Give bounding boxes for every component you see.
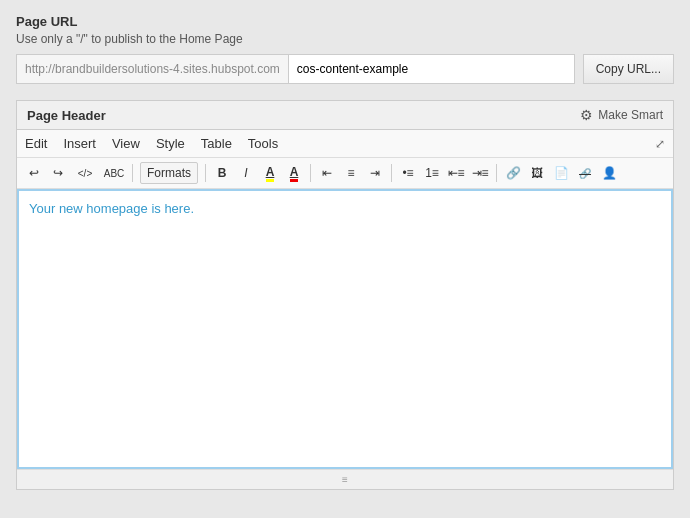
formats-button[interactable]: Formats xyxy=(140,162,198,184)
outdent-icon: ⇤≡ xyxy=(448,166,465,180)
copy-url-button[interactable]: Copy URL... xyxy=(583,54,674,84)
spell-icon: ABC xyxy=(104,168,125,179)
page-container: Page URL Use only a "/" to publish to th… xyxy=(0,0,690,504)
page-url-section: Page URL Use only a "/" to publish to th… xyxy=(16,14,674,84)
align-right-button[interactable]: ⇥ xyxy=(364,162,386,184)
list-ol-icon: 1≡ xyxy=(425,166,439,180)
insert-link-button[interactable]: 🔗 xyxy=(502,162,524,184)
redo-icon: ↪ xyxy=(53,166,63,180)
separator-2 xyxy=(205,164,206,182)
insert-file-button[interactable]: 📄 xyxy=(550,162,572,184)
indent-icon: ⇥≡ xyxy=(472,166,489,180)
list-ol-button[interactable]: 1≡ xyxy=(421,162,443,184)
link-icon: 🔗 xyxy=(506,166,521,180)
expand-icon[interactable]: ⤢ xyxy=(655,137,665,151)
page-header-label: Page Header xyxy=(27,108,106,123)
menu-style[interactable]: Style xyxy=(156,134,185,153)
separator-3 xyxy=(310,164,311,182)
font-highlight-icon: A xyxy=(266,165,275,182)
editor-toolbar: ↩ ↪ </> ABC Formats B I A xyxy=(17,158,673,189)
editor-area[interactable]: Your new homepage is here. xyxy=(17,189,673,469)
url-input[interactable] xyxy=(288,54,575,84)
insert-person-button[interactable]: 👤 xyxy=(598,162,620,184)
scrollbar-icon: ≡ xyxy=(342,474,348,485)
code-button[interactable]: </> xyxy=(71,162,99,184)
unlink-icon: 🔗 xyxy=(579,168,591,179)
formats-label: Formats xyxy=(147,166,191,180)
code-icon: </> xyxy=(78,168,92,179)
align-left-icon: ⇤ xyxy=(322,166,332,180)
make-smart-label: Make Smart xyxy=(598,108,663,122)
editor-wrapper: Your new homepage is here. xyxy=(17,189,673,469)
url-prefix: http://brandbuildersolutions-4.sites.hub… xyxy=(16,54,288,84)
make-smart-icon: ⚙ xyxy=(580,107,593,123)
undo-button[interactable]: ↩ xyxy=(23,162,45,184)
page-url-hint: Use only a "/" to publish to the Home Pa… xyxy=(16,32,674,46)
align-right-icon: ⇥ xyxy=(370,166,380,180)
separator-1 xyxy=(132,164,133,182)
page-url-label: Page URL xyxy=(16,14,674,29)
unlink-button[interactable]: 🔗 xyxy=(574,162,596,184)
person-icon: 👤 xyxy=(602,166,617,180)
make-smart-button[interactable]: ⚙ Make Smart xyxy=(580,107,663,123)
list-ul-button[interactable]: •≡ xyxy=(397,162,419,184)
font-color-button[interactable]: A xyxy=(283,162,305,184)
align-center-button[interactable]: ≡ xyxy=(340,162,362,184)
url-row: http://brandbuildersolutions-4.sites.hub… xyxy=(16,54,674,84)
align-left-button[interactable]: ⇤ xyxy=(316,162,338,184)
editor-content: Your new homepage is here. xyxy=(29,201,194,216)
menu-view[interactable]: View xyxy=(112,134,140,153)
page-header-section: Page Header ⚙ Make Smart Edit Insert Vie… xyxy=(16,100,674,490)
italic-icon: I xyxy=(244,166,247,180)
bold-button[interactable]: B xyxy=(211,162,233,184)
align-center-icon: ≡ xyxy=(348,166,355,180)
menu-edit[interactable]: Edit xyxy=(25,134,47,153)
menu-tools[interactable]: Tools xyxy=(248,134,278,153)
italic-button[interactable]: I xyxy=(235,162,257,184)
font-color-icon: A xyxy=(290,165,299,182)
editor-menu-bar: Edit Insert View Style Table Tools ⤢ xyxy=(17,130,673,158)
separator-4 xyxy=(391,164,392,182)
file-icon: 📄 xyxy=(554,166,569,180)
undo-icon: ↩ xyxy=(29,166,39,180)
image-icon: 🖼 xyxy=(531,166,543,180)
spell-button[interactable]: ABC xyxy=(101,162,127,184)
redo-button[interactable]: ↪ xyxy=(47,162,69,184)
outdent-button[interactable]: ⇤≡ xyxy=(445,162,467,184)
indent-button[interactable]: ⇥≡ xyxy=(469,162,491,184)
menu-insert[interactable]: Insert xyxy=(63,134,96,153)
bold-icon: B xyxy=(218,166,227,180)
menu-table[interactable]: Table xyxy=(201,134,232,153)
insert-image-button[interactable]: 🖼 xyxy=(526,162,548,184)
scrollbar-area: ≡ xyxy=(17,469,673,489)
separator-5 xyxy=(496,164,497,182)
font-highlight-button[interactable]: A xyxy=(259,162,281,184)
page-header-top-bar: Page Header ⚙ Make Smart xyxy=(17,101,673,130)
list-ul-icon: •≡ xyxy=(402,166,413,180)
